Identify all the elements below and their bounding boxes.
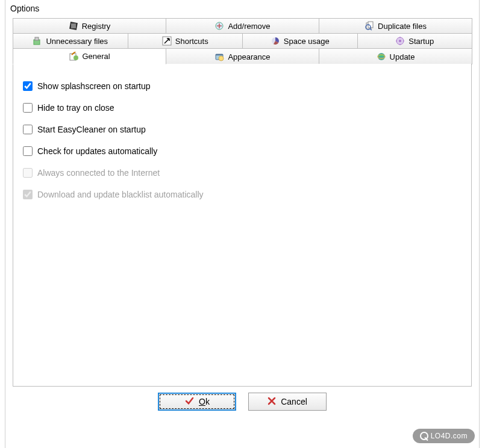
- ok-button[interactable]: Ok: [158, 393, 236, 411]
- tab-startup[interactable]: Startup: [357, 33, 473, 48]
- svg-line-6: [370, 29, 372, 30]
- tab-label: Registry: [82, 22, 111, 31]
- option-hide-tray[interactable]: Hide to tray on close: [23, 103, 462, 113]
- svg-point-12: [399, 40, 401, 42]
- tab-row-2: Unnecessary files Shortcuts Space usage …: [13, 33, 472, 48]
- watermark-text: LO4D.com: [431, 432, 468, 440]
- tab-addremove[interactable]: Add/remove: [166, 18, 319, 33]
- options-window: Options Registry Add/remove Duplicate fi…: [5, 0, 480, 448]
- checkbox-hide-tray[interactable]: [23, 103, 33, 113]
- tab-registry[interactable]: Registry: [13, 18, 166, 33]
- appearance-icon: [214, 52, 224, 61]
- cancel-label: Cancel: [281, 397, 307, 406]
- option-label: Start EasyCleaner on startup: [37, 125, 146, 134]
- tab-area: Registry Add/remove Duplicate files: [13, 18, 472, 387]
- option-check-updates[interactable]: Check for updates automatically: [23, 146, 462, 156]
- svg-point-21: [219, 56, 224, 61]
- update-icon: [377, 52, 386, 61]
- space-icon: [271, 36, 280, 46]
- tab-content-general: Show splashscreen on startup Hide to tra…: [13, 64, 472, 387]
- tab-appearance[interactable]: Appearance: [166, 48, 319, 64]
- cancel-button[interactable]: Cancel: [248, 393, 327, 411]
- registry-icon: [69, 21, 78, 31]
- checkbox-always-connected: [23, 168, 33, 178]
- tab-unnecessary[interactable]: Unnecessary files: [13, 33, 128, 48]
- option-label: Show splashscreen on startup: [37, 81, 151, 91]
- tab-general[interactable]: General: [13, 48, 166, 64]
- svg-rect-1: [71, 23, 76, 28]
- tab-label: Unnecessary files: [46, 37, 108, 46]
- duplicate-icon: [365, 21, 374, 31]
- tab-label: Duplicate files: [378, 22, 427, 31]
- button-bar: Ok Cancel: [5, 387, 479, 420]
- x-icon: [268, 397, 276, 407]
- option-splashscreen[interactable]: Show splashscreen on startup: [23, 81, 462, 91]
- check-icon: [184, 396, 194, 408]
- tab-label: Update: [390, 52, 415, 61]
- checkbox-check-updates[interactable]: [23, 146, 33, 156]
- option-always-connected: Always connected to the Internet: [23, 168, 462, 178]
- tab-row-3: General Appearance Update: [13, 48, 472, 64]
- checkbox-splashscreen[interactable]: [23, 81, 33, 91]
- shortcut-icon: [162, 36, 172, 46]
- tab-row-1: Registry Add/remove Duplicate files: [13, 18, 472, 33]
- tab-label: Appearance: [228, 52, 270, 61]
- tab-label: Add/remove: [228, 22, 270, 31]
- tab-label: General: [82, 52, 110, 61]
- svg-rect-8: [35, 37, 39, 40]
- checkbox-start-on-startup[interactable]: [23, 125, 33, 134]
- option-download-blacklist: Download and update blacklist automatica…: [23, 190, 462, 199]
- option-label: Hide to tray on close: [37, 103, 114, 113]
- tab-update[interactable]: Update: [319, 48, 472, 64]
- addremove-icon: [214, 21, 224, 31]
- watermark: LO4D.com: [413, 429, 475, 443]
- general-icon: [69, 52, 78, 61]
- unnecessary-icon: [33, 36, 42, 46]
- startup-icon: [395, 36, 405, 46]
- tab-shortcuts[interactable]: Shortcuts: [128, 33, 243, 48]
- option-label: Always connected to the Internet: [37, 168, 160, 178]
- magnify-icon: [420, 432, 428, 440]
- tab-label: Startup: [408, 37, 434, 46]
- tab-duplicate[interactable]: Duplicate files: [319, 18, 472, 33]
- option-label: Download and update blacklist automatica…: [37, 190, 204, 199]
- svg-rect-20: [216, 54, 223, 55]
- ok-label: Ok: [199, 397, 210, 406]
- option-start-on-startup[interactable]: Start EasyCleaner on startup: [23, 125, 462, 134]
- window-title: Options: [5, 0, 479, 18]
- tab-label: Shortcuts: [175, 37, 208, 46]
- tab-space[interactable]: Space usage: [242, 33, 358, 48]
- tab-label: Space usage: [284, 37, 330, 46]
- svg-point-18: [74, 55, 78, 60]
- option-label: Check for updates automatically: [37, 146, 157, 156]
- checkbox-download-blacklist: [23, 190, 33, 199]
